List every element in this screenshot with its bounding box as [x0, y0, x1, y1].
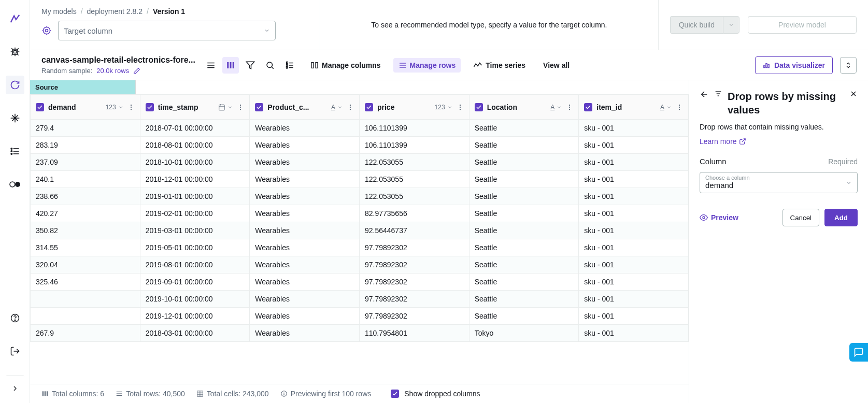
table-row[interactable]: 350.822019-03-01 00:00:00Wearables92.564…: [31, 222, 689, 239]
table-cell: 314.55: [31, 239, 140, 256]
table-row[interactable]: 238.662019-01-01 00:00:00Wearables122.05…: [31, 188, 689, 205]
svg-point-49: [350, 108, 351, 109]
table-row[interactable]: 314.552019-05-01 00:00:00Wearables97.798…: [31, 239, 689, 256]
column-header[interactable]: demand123: [31, 95, 140, 120]
table-row[interactable]: 2019-10-01 00:00:00Wearables97.79892302S…: [31, 291, 689, 308]
help-icon[interactable]: [6, 309, 24, 327]
table-row[interactable]: 320.042019-08-01 00:00:00Wearables97.798…: [31, 256, 689, 274]
table-cell: 2019-03-01 00:00:00: [140, 222, 250, 239]
cancel-button[interactable]: Cancel: [782, 209, 820, 226]
svg-point-38: [130, 106, 131, 107]
column-header[interactable]: time_stamp: [140, 95, 250, 120]
table-row[interactable]: 2019-12-01 00:00:00Wearables97.79892302S…: [31, 308, 689, 325]
expand-icon[interactable]: [6, 375, 24, 394]
column-checkbox[interactable]: [255, 103, 263, 111]
column-checkbox[interactable]: [584, 103, 592, 111]
refresh-icon[interactable]: [6, 76, 24, 94]
column-checkbox[interactable]: [36, 103, 44, 111]
column-select[interactable]: Choose a column demand: [700, 172, 858, 193]
table-cell: 2018-08-01 00:00:00: [140, 137, 250, 154]
svg-point-6: [11, 151, 12, 152]
manage-columns-button[interactable]: Manage columns: [305, 58, 386, 73]
view-all-button[interactable]: View all: [538, 58, 575, 73]
snowflake-icon[interactable]: [6, 109, 24, 127]
column-header[interactable]: Product_c...A: [250, 95, 360, 120]
table-cell: 122.053055: [359, 188, 469, 205]
dataset-name: canvas-sample-retail-electronics-fore...: [41, 55, 195, 65]
source-tab[interactable]: Source: [30, 80, 136, 94]
table-cell: Wearables: [250, 120, 360, 137]
column-menu-icon[interactable]: [457, 104, 464, 111]
column-checkbox[interactable]: [365, 103, 373, 111]
numbered-list-icon[interactable]: 123: [281, 57, 298, 74]
column-menu-icon[interactable]: [676, 104, 683, 111]
column-field-label: Column: [700, 157, 727, 166]
chat-fab[interactable]: [849, 343, 868, 362]
learn-more-link[interactable]: Learn more: [700, 137, 858, 146]
table-row[interactable]: 240.12018-12-01 00:00:00Wearables122.053…: [31, 171, 689, 188]
table-cell: 320.04: [31, 256, 140, 274]
table-cell: sku - 001: [579, 154, 689, 171]
column-header[interactable]: price123: [359, 95, 469, 120]
column-header[interactable]: LocationA: [469, 95, 579, 120]
table-cell: Wearables: [250, 205, 360, 222]
logout-icon[interactable]: [6, 342, 24, 361]
svg-point-48: [350, 106, 351, 107]
edit-sample-icon[interactable]: [133, 67, 140, 75]
breadcrumb-deployment[interactable]: deployment 2.8.2: [87, 7, 143, 16]
column-menu-icon[interactable]: [566, 104, 573, 111]
close-icon[interactable]: [849, 90, 858, 98]
column-header[interactable]: item_idA: [579, 95, 689, 120]
chip-icon[interactable]: [6, 42, 24, 61]
rows-icon: [399, 61, 407, 69]
column-name: time_stamp: [158, 103, 215, 111]
search-icon[interactable]: [262, 57, 278, 74]
logo-icon[interactable]: [6, 9, 24, 28]
table-row[interactable]: 267.92018-03-01 00:00:00Wearables110.795…: [31, 325, 689, 342]
svg-rect-65: [197, 391, 203, 397]
table-row[interactable]: 325.462019-09-01 00:00:00Wearables97.798…: [31, 274, 689, 291]
data-visualizer-button[interactable]: Data visualizer: [755, 56, 833, 74]
column-menu-icon[interactable]: [237, 104, 244, 111]
breadcrumb: My models / deployment 2.8.2 / Version 1: [41, 7, 308, 16]
back-icon[interactable]: [700, 90, 709, 99]
table-cell: Wearables: [250, 291, 360, 308]
table-cell: Wearables: [250, 154, 360, 171]
column-menu-icon[interactable]: [347, 104, 354, 111]
filter-small-icon: [714, 90, 722, 98]
add-button[interactable]: Add: [824, 209, 858, 226]
preview-button[interactable]: Preview: [700, 213, 738, 222]
column-checkbox[interactable]: [475, 103, 483, 111]
expand-toolbar-icon[interactable]: [840, 57, 857, 74]
manage-rows-button[interactable]: Manage rows: [393, 58, 461, 73]
table-cell: Wearables: [250, 222, 360, 239]
table-cell: 2018-03-01 00:00:00: [140, 325, 250, 342]
sample-value[interactable]: 20.0k rows: [96, 67, 129, 75]
table-row[interactable]: 237.092018-10-01 00:00:00Wearables122.05…: [31, 154, 689, 171]
list-icon[interactable]: [6, 142, 24, 161]
column-checkbox[interactable]: [146, 103, 154, 111]
table-cell: 420.27: [31, 205, 140, 222]
svg-point-8: [10, 182, 15, 187]
table-row[interactable]: 279.42018-07-01 00:00:00Wearables106.110…: [31, 120, 689, 137]
time-series-button[interactable]: Time series: [468, 58, 531, 73]
svg-text:3: 3: [286, 66, 288, 69]
view-list-icon[interactable]: [203, 57, 219, 74]
table-row[interactable]: 283.192018-08-01 00:00:00Wearables106.11…: [31, 137, 689, 154]
table-cell: 2019-09-01 00:00:00: [140, 274, 250, 291]
toolbar: canvas-sample-retail-electronics-fore...…: [30, 50, 868, 80]
svg-point-51: [459, 106, 460, 107]
show-dropped-label: Show dropped columns: [404, 390, 480, 398]
show-dropped-checkbox[interactable]: [391, 390, 399, 398]
breadcrumb-models[interactable]: My models: [41, 7, 77, 16]
toggle-icon[interactable]: [6, 175, 24, 194]
table-cell: Seattle: [469, 256, 579, 274]
table-cell: sku - 001: [579, 171, 689, 188]
table-cell: Seattle: [469, 274, 579, 291]
table-row[interactable]: 420.272019-02-01 00:00:00Wearables82.977…: [31, 205, 689, 222]
target-column-select[interactable]: Target column: [58, 21, 276, 40]
view-grid-icon[interactable]: [222, 57, 239, 74]
table-cell: sku - 001: [579, 239, 689, 256]
filter-icon[interactable]: [242, 57, 259, 74]
column-menu-icon[interactable]: [127, 104, 135, 111]
